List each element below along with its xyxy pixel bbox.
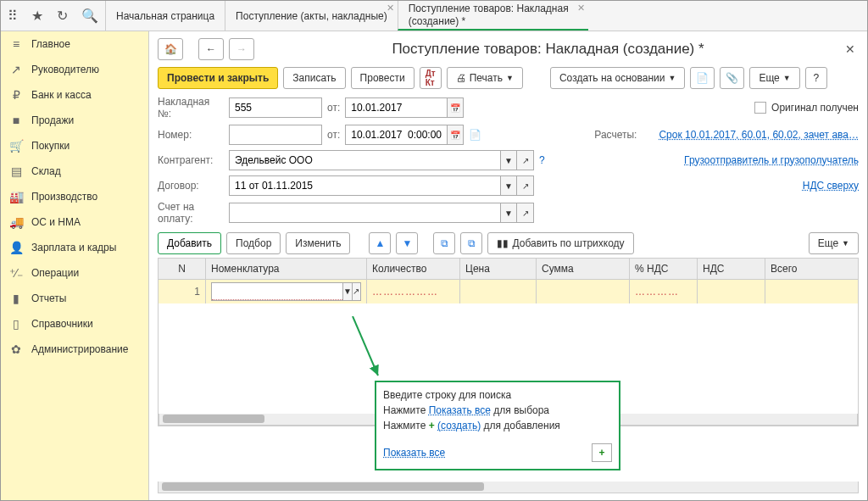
col-n[interactable]: N [159, 259, 206, 279]
chevron-down-icon[interactable]: ▼ [500, 203, 517, 223]
number-date-input[interactable]: 📅 [345, 125, 464, 145]
grid-more-button[interactable]: Еще ▼ [809, 232, 859, 254]
popup-line1: Введите строку для поиска [383, 389, 612, 401]
sidebar-item-manager[interactable]: ↗Руководителю [1, 57, 148, 82]
sidebar-item-reports[interactable]: ▮Отчеты [1, 286, 148, 311]
move-down-button[interactable]: ▼ [396, 232, 418, 254]
chevron-down-icon[interactable]: ▼ [342, 283, 352, 300]
nomenclature-input[interactable]: ▼ ↗ [211, 282, 361, 301]
vat-link[interactable]: НДС сверху [803, 180, 859, 192]
col-qty[interactable]: Количество [367, 259, 460, 279]
page-title: Поступление товаров: Накладная (создание… [259, 41, 837, 58]
edit-button[interactable]: Изменить [286, 232, 350, 254]
tab-label: Начальная страница [116, 10, 214, 22]
more-button[interactable]: Еще ▼ [749, 67, 799, 89]
page-scrollbar-horizontal[interactable] [158, 482, 859, 493]
pick-button[interactable]: Подбор [226, 232, 281, 254]
doc-icon[interactable]: 📄 [469, 129, 481, 141]
copy-button[interactable]: ⧉ [433, 232, 455, 254]
cell-vat-pct[interactable]: ………… [630, 280, 698, 303]
tab-home[interactable]: Начальная страница [105, 1, 225, 31]
star-icon[interactable]: ★ [31, 8, 43, 24]
invoice-date-input[interactable]: 📅 [345, 97, 464, 118]
tab-label: Поступление (акты, накладные) [236, 10, 387, 22]
sidebar-item-admin[interactable]: ✿Администрирование [1, 337, 148, 362]
calendar-icon[interactable]: 📅 [447, 97, 464, 118]
cell-vat[interactable] [698, 280, 765, 303]
open-icon[interactable]: ↗ [352, 283, 360, 300]
table-row[interactable]: 1 ▼ ↗ ……………… ………… [159, 280, 858, 303]
dt-kt-button[interactable]: ДтКт [420, 67, 442, 89]
chevron-down-icon[interactable]: ▼ [500, 175, 517, 196]
counterparty-input[interactable]: ▼↗ [229, 150, 534, 170]
create-based-button[interactable]: Создать на основании ▼ [550, 67, 685, 89]
cell-total[interactable] [765, 280, 858, 303]
history-icon[interactable]: ↻ [57, 8, 68, 24]
sidebar-item-label: Склад [31, 165, 61, 177]
post-and-close-button[interactable]: Провести и закрыть [158, 67, 278, 89]
sidebar-item-main[interactable]: ≡Главное [1, 31, 148, 57]
save-button[interactable]: Записать [283, 67, 345, 89]
col-sum[interactable]: Сумма [537, 259, 630, 279]
move-up-button[interactable]: ▲ [369, 232, 391, 254]
sidebar-item-sales[interactable]: ■Продажи [1, 108, 148, 133]
sidebar-item-production[interactable]: 🏭Производство [1, 184, 148, 209]
add-row-button[interactable]: Добавить [158, 232, 221, 254]
sidebar-item-purchases[interactable]: 🛒Покупки [1, 133, 148, 159]
shipper-link[interactable]: Грузоотправитель и грузополучатель [684, 154, 859, 166]
cell-price[interactable] [460, 280, 537, 303]
apps-icon[interactable]: ⠿ [8, 8, 18, 24]
calendar-icon[interactable]: 📅 [447, 125, 464, 145]
tab-invoice-create[interactable]: Поступление товаров: Накладная (создание… [398, 1, 588, 31]
cell-sum[interactable] [537, 280, 630, 303]
open-icon[interactable]: ↗ [517, 203, 534, 223]
open-icon[interactable]: ↗ [517, 175, 534, 196]
chevron-down-icon[interactable]: ▼ [500, 150, 517, 170]
close-icon[interactable]: ✕ [577, 3, 585, 14]
original-checkbox[interactable] [754, 102, 766, 114]
back-button[interactable]: ← [198, 38, 224, 60]
col-total[interactable]: Всего [765, 259, 858, 279]
cell-qty[interactable]: ……………… [367, 280, 460, 303]
contract-input[interactable]: ▼↗ [229, 175, 534, 196]
col-price[interactable]: Цена [460, 259, 537, 279]
sidebar-item-hr[interactable]: 👤Зарплата и кадры [1, 235, 148, 260]
show-all-link[interactable]: Показать все [429, 404, 491, 416]
cell-nomenclature[interactable]: ▼ ↗ [206, 280, 367, 303]
post-button[interactable]: Провести [351, 67, 415, 89]
add-button[interactable]: + [592, 443, 612, 462]
invoice-no-input[interactable] [229, 97, 322, 118]
col-vat-pct[interactable]: % НДС [630, 259, 698, 279]
paste-button[interactable]: ⧉ [460, 232, 482, 254]
forward-button[interactable]: → [229, 38, 254, 60]
print-button[interactable]: 🖨 Печать ▼ [447, 67, 523, 89]
menu-icon: ≡ [9, 37, 23, 51]
payacc-input[interactable]: ▼↗ [229, 203, 534, 223]
home-button[interactable]: 🏠 [158, 38, 183, 60]
truck-icon: 🚚 [9, 215, 23, 229]
calc-link[interactable]: Срок 10.01.2017, 60.01, 60.02, зачет ава… [659, 129, 859, 141]
chart-icon: ↗ [9, 63, 23, 76]
sidebar-item-references[interactable]: ▯Справочники [1, 311, 148, 337]
number-input[interactable] [229, 125, 322, 145]
help-button[interactable]: ? [805, 67, 827, 89]
create-link[interactable]: (создать) [437, 420, 481, 431]
help-icon[interactable]: ? [539, 154, 545, 166]
close-page-button[interactable]: ✕ [842, 42, 859, 56]
sidebar-item-bank[interactable]: ₽Банк и касса [1, 82, 148, 108]
sidebar-item-assets[interactable]: 🚚ОС и НМА [1, 209, 148, 235]
search-icon[interactable]: 🔍 [81, 8, 98, 24]
sidebar-item-stock[interactable]: ▤Склад [1, 159, 148, 184]
show-all-button[interactable]: Показать все [383, 447, 445, 459]
attach-clip-button[interactable]: 📎 [720, 67, 744, 89]
col-nomenclature[interactable]: Номенклатура [206, 259, 367, 279]
tab-receipts[interactable]: Поступление (акты, накладные) ✕ [225, 1, 398, 31]
open-icon[interactable]: ↗ [517, 150, 534, 170]
attach-doc-button[interactable]: 📄 [690, 67, 715, 89]
tabs: Начальная страница Поступление (акты, на… [105, 1, 588, 31]
col-vat[interactable]: НДС [698, 259, 765, 279]
chevron-down-icon: ▼ [842, 239, 849, 248]
add-barcode-button[interactable]: ▮▮ Добавить по штрихкоду [487, 232, 633, 254]
sidebar-item-operations[interactable]: ⁺⁄₋Операции [1, 260, 148, 286]
close-icon[interactable]: ✕ [387, 3, 394, 14]
